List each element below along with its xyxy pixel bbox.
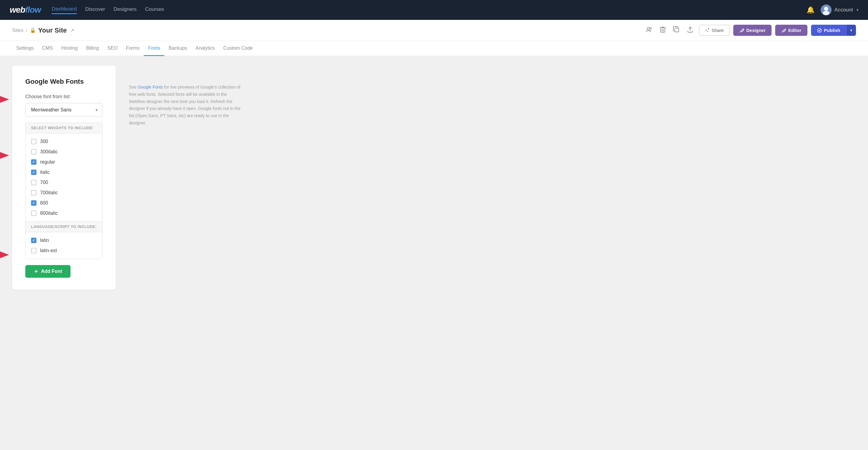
side-note: See Google Fonts for live previews of Go… bbox=[129, 66, 244, 127]
lang-header: LANGUAGE/SCRIPT TO INCLUDE: bbox=[26, 221, 102, 232]
weight-checkbox-800italic[interactable] bbox=[31, 211, 36, 216]
weight-item-regular: regular bbox=[26, 157, 102, 167]
svg-point-1 bbox=[824, 7, 828, 11]
tab-cms[interactable]: CMS bbox=[38, 45, 57, 56]
font-select-label: Choose font from list: bbox=[25, 94, 102, 99]
lang-label-latin: latin bbox=[40, 238, 49, 243]
google-fonts-link[interactable]: Google Fonts bbox=[138, 85, 163, 90]
weight-item-800italic: 800italic bbox=[26, 208, 102, 218]
svg-point-2 bbox=[823, 11, 830, 15]
weights-list: 300 300italic regular italic bbox=[26, 133, 102, 221]
tab-analytics[interactable]: Analytics bbox=[191, 45, 219, 56]
lang-item-latin-ext: latin-ext bbox=[26, 246, 102, 256]
breadcrumb-sites[interactable]: Sites bbox=[12, 27, 24, 33]
tab-hosting[interactable]: Hosting bbox=[57, 45, 82, 56]
weights-panel: SELECT WEIGHTS TO INCLUDE: 300 300italic… bbox=[25, 123, 102, 259]
lang-item-latin: latin bbox=[26, 235, 102, 246]
nav-discover[interactable]: Discover bbox=[85, 6, 105, 13]
trash-icon-button[interactable] bbox=[658, 24, 668, 36]
tab-navigation: Settings CMS Hosting Billing SEO Forms F… bbox=[0, 41, 868, 56]
weight-checkbox-700italic[interactable] bbox=[31, 190, 36, 195]
weight-checkbox-700[interactable] bbox=[31, 180, 36, 185]
export-icon-button[interactable] bbox=[685, 24, 695, 36]
svg-point-9 bbox=[743, 28, 744, 29]
publish-dropdown-button[interactable]: ▾ bbox=[846, 25, 856, 36]
site-name: 🔒 Your Site ↗ bbox=[30, 27, 74, 34]
avatar bbox=[821, 4, 832, 15]
font-select[interactable]: Merriweather Sans Roboto Open Sans Lato … bbox=[25, 103, 102, 117]
weight-item-300: 300 bbox=[26, 136, 102, 147]
tab-settings[interactable]: Settings bbox=[12, 45, 38, 56]
weight-label-800italic: 800italic bbox=[40, 211, 58, 216]
weight-checkbox-regular[interactable] bbox=[31, 159, 36, 165]
breadcrumb-separator: / bbox=[26, 27, 27, 33]
nav-left: webflow Dashboard Discover Designers Cou… bbox=[10, 5, 164, 15]
external-link-icon[interactable]: ↗ bbox=[70, 28, 74, 33]
designer-button[interactable]: Designer bbox=[733, 25, 772, 36]
font-select-wrapper: Merriweather Sans Roboto Open Sans Lato … bbox=[25, 103, 102, 117]
svg-point-4 bbox=[650, 27, 652, 29]
weight-checkbox-300[interactable] bbox=[31, 139, 36, 144]
nav-right: 🔔 Account ▾ bbox=[807, 4, 858, 15]
tab-fonts[interactable]: Fonts bbox=[144, 45, 164, 56]
subheader-actions: Share Designer Editor Publish ▾ bbox=[644, 24, 856, 36]
svg-point-3 bbox=[647, 27, 650, 30]
weight-label-700: 700 bbox=[40, 180, 48, 185]
lock-icon: 🔒 bbox=[30, 27, 36, 33]
weights-header: SELECT WEIGHTS TO INCLUDE: bbox=[26, 123, 102, 133]
account-label: Account bbox=[835, 7, 853, 13]
duplicate-icon-button[interactable] bbox=[671, 24, 681, 36]
weight-label-700italic: 700italic bbox=[40, 190, 58, 195]
tab-billing[interactable]: Billing bbox=[82, 45, 103, 56]
add-font-button[interactable]: Add Font bbox=[25, 265, 70, 278]
collaborators-icon-button[interactable] bbox=[644, 24, 654, 36]
weight-label-300italic: 300italic bbox=[40, 149, 58, 155]
weight-label-regular: regular bbox=[40, 159, 55, 165]
main-content: Google Web Fonts Choose font from list: … bbox=[0, 56, 452, 299]
lang-label-latin-ext: latin-ext bbox=[40, 248, 57, 253]
tab-custom-code[interactable]: Custom Code bbox=[219, 45, 257, 56]
content-area: Google Web Fonts Choose font from list: … bbox=[12, 66, 440, 290]
subheader: Sites / 🔒 Your Site ↗ Share Designer bbox=[0, 20, 868, 41]
add-font-label: Add Font bbox=[41, 269, 62, 274]
weight-item-700italic: 700italic bbox=[26, 188, 102, 198]
weight-label-italic: italic bbox=[40, 169, 50, 175]
svg-rect-5 bbox=[661, 28, 665, 32]
weight-label-300: 300 bbox=[40, 139, 48, 144]
tab-seo[interactable]: SEO bbox=[103, 45, 122, 56]
editor-button[interactable]: Editor bbox=[775, 25, 807, 36]
weight-item-700: 700 bbox=[26, 178, 102, 188]
account-menu[interactable]: Account ▾ bbox=[821, 4, 858, 15]
nav-courses[interactable]: Courses bbox=[145, 6, 164, 13]
top-navigation: webflow Dashboard Discover Designers Cou… bbox=[0, 0, 868, 20]
weight-checkbox-800[interactable] bbox=[31, 200, 36, 206]
publish-button[interactable]: Publish bbox=[811, 25, 846, 36]
notification-bell-icon[interactable]: 🔔 bbox=[807, 6, 815, 14]
breadcrumb: Sites / 🔒 Your Site ↗ bbox=[12, 27, 74, 34]
weight-item-italic: italic bbox=[26, 167, 102, 178]
account-chevron-icon: ▾ bbox=[857, 8, 858, 12]
svg-point-10 bbox=[817, 28, 821, 32]
weight-item-300italic: 300italic bbox=[26, 147, 102, 157]
webflow-logo: webflow bbox=[10, 5, 41, 15]
lang-list: latin latin-ext bbox=[26, 232, 102, 259]
nav-dashboard[interactable]: Dashboard bbox=[52, 6, 76, 14]
lang-checkbox-latin-ext[interactable] bbox=[31, 248, 36, 253]
nav-designers[interactable]: Designers bbox=[114, 6, 137, 13]
fonts-card: Google Web Fonts Choose font from list: … bbox=[12, 66, 116, 290]
svg-rect-8 bbox=[675, 28, 679, 32]
publish-group: Publish ▾ bbox=[811, 25, 856, 36]
nav-links: Dashboard Discover Designers Courses bbox=[52, 6, 164, 14]
weight-label-800: 800 bbox=[40, 200, 48, 206]
tab-backups[interactable]: Backups bbox=[164, 45, 191, 56]
share-button[interactable]: Share bbox=[699, 25, 730, 36]
tab-forms[interactable]: Forms bbox=[122, 45, 144, 56]
weight-checkbox-italic[interactable] bbox=[31, 169, 36, 175]
lang-checkbox-latin[interactable] bbox=[31, 238, 36, 243]
section-title: Google Web Fonts bbox=[25, 78, 102, 86]
weight-checkbox-300italic[interactable] bbox=[31, 149, 36, 155]
weight-item-800: 800 bbox=[26, 198, 102, 208]
